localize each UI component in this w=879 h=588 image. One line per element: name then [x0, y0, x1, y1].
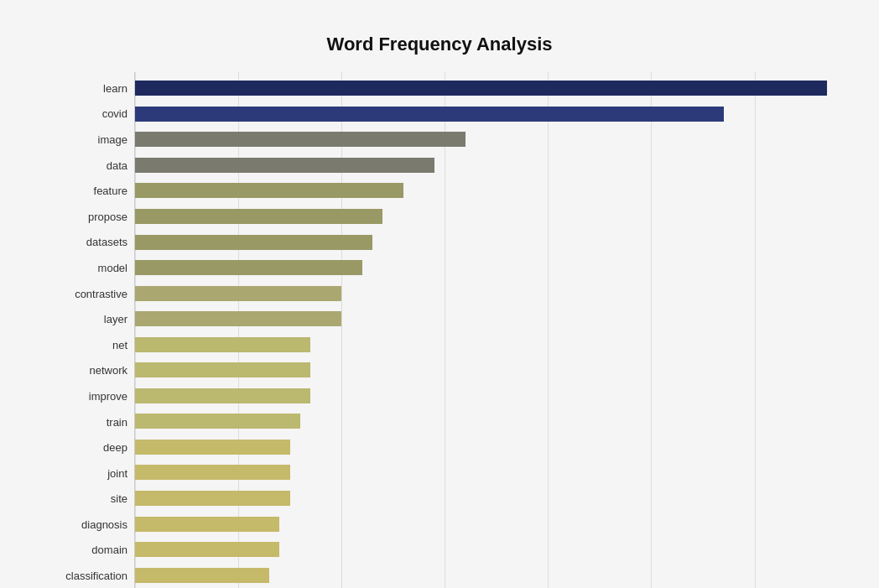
bar	[135, 440, 290, 455]
bar-row	[135, 412, 837, 430]
bar-row	[135, 233, 837, 252]
chart-title: Word Frequency Analysis	[42, 34, 837, 55]
y-label: covid	[42, 102, 134, 125]
y-label: contrastive	[42, 283, 134, 305]
bar-row	[135, 489, 837, 507]
bar	[135, 209, 382, 224]
y-label: improve	[42, 385, 134, 408]
y-label: layer	[42, 308, 134, 330]
y-label: domain	[42, 539, 134, 561]
bar	[135, 158, 434, 173]
bar	[135, 183, 403, 198]
bar-row	[135, 258, 837, 277]
bar-row	[135, 463, 837, 481]
y-label: site	[42, 487, 134, 510]
bar	[135, 81, 827, 96]
bar-row	[135, 387, 837, 405]
y-label: train	[42, 411, 134, 434]
bar	[135, 132, 466, 147]
chart-container: Word Frequency Analysis learncovidimaged…	[17, 17, 862, 588]
y-label: net	[42, 334, 134, 356]
bar-row	[135, 515, 837, 533]
bar	[135, 107, 724, 122]
y-axis: learncovidimagedatafeatureproposedataset…	[42, 72, 134, 588]
bar-row	[135, 79, 837, 97]
y-label: diagnosis	[42, 513, 134, 536]
y-label: datasets	[42, 231, 134, 253]
bar-row	[135, 438, 837, 456]
bar-row	[135, 336, 837, 354]
bar-row	[135, 130, 837, 148]
y-label: network	[42, 359, 134, 382]
bar-row	[135, 310, 837, 328]
y-label: propose	[42, 206, 134, 228]
bar	[135, 286, 341, 301]
bar-row	[135, 105, 837, 123]
y-label: classification	[42, 565, 134, 587]
bar-row	[135, 207, 837, 226]
bar-row	[135, 181, 837, 200]
bar-row	[135, 566, 837, 585]
bar	[135, 414, 300, 429]
y-label: image	[42, 128, 134, 151]
y-label: deep	[42, 436, 134, 459]
bar	[135, 517, 279, 532]
bar-row	[135, 284, 837, 303]
y-label: data	[42, 154, 134, 177]
plot-area	[134, 72, 837, 588]
bar	[135, 465, 290, 480]
bar	[135, 542, 279, 557]
bar-row	[135, 361, 837, 379]
bar-row	[135, 156, 837, 174]
chart-area: learncovidimagedatafeatureproposedataset…	[42, 72, 837, 588]
y-label: feature	[42, 180, 134, 202]
bar	[135, 260, 362, 275]
bar-row	[135, 540, 837, 559]
bar	[135, 491, 290, 506]
chart-wrapper: learncovidimagedatafeatureproposedataset…	[42, 72, 837, 588]
bar	[135, 337, 310, 352]
y-label: model	[42, 257, 134, 279]
bars-container	[135, 75, 837, 588]
bar	[135, 388, 310, 403]
y-label: joint	[42, 462, 134, 485]
bar	[135, 311, 341, 326]
bar	[135, 362, 310, 377]
bar	[135, 235, 372, 250]
y-label: learn	[42, 77, 134, 100]
bar	[135, 568, 269, 583]
